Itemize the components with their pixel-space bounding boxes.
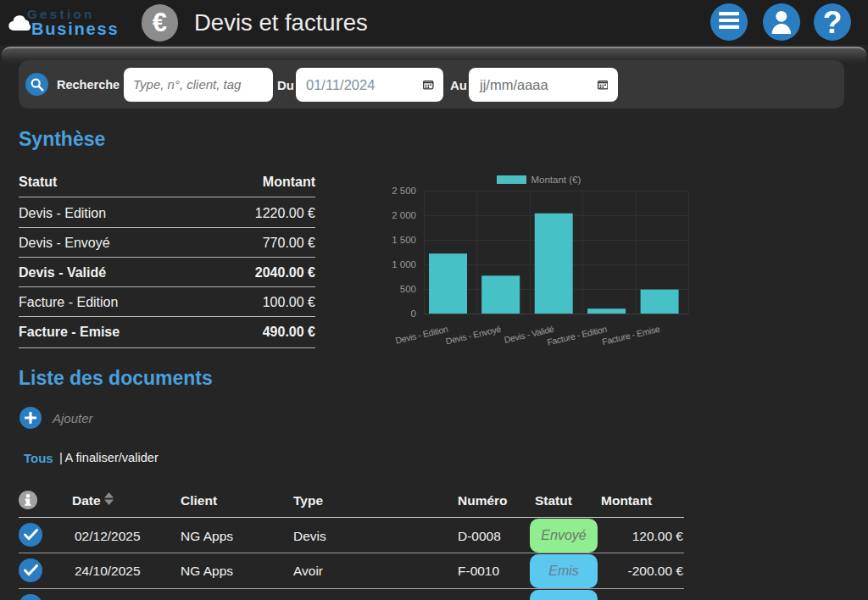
- svg-text:2 500: 2 500: [392, 186, 416, 196]
- svg-text:Devis - Envoyé: Devis - Envoyé: [445, 324, 503, 347]
- svg-text:Devis - Edition: Devis - Edition: [394, 324, 449, 346]
- svg-text:500: 500: [400, 284, 416, 294]
- svg-text:1 500: 1 500: [392, 235, 416, 245]
- svg-text:0: 0: [411, 308, 416, 319]
- svg-text:Facture - Edition: Facture - Edition: [546, 324, 608, 347]
- svg-text:Montant (€): Montant (€): [531, 175, 581, 185]
- svg-text:1 000: 1 000: [392, 259, 416, 269]
- svg-text:Facture - Emise: Facture - Emise: [601, 324, 661, 347]
- svg-text:2 000: 2 000: [392, 210, 416, 220]
